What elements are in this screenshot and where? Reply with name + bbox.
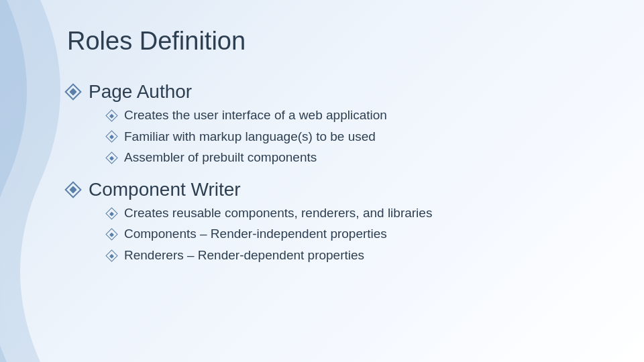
sub-item-text: Components – Render-independent properti… (124, 225, 387, 243)
sub-item-text: Creates the user interface of a web appl… (124, 107, 387, 125)
sub-item-text: Renderers – Render-dependent properties (124, 247, 364, 265)
sub-bullet-icon (105, 109, 117, 121)
main-item-label-text: Page Author (89, 81, 192, 103)
sub-item-text: Creates reusable components, renderers, … (124, 204, 432, 223)
main-item-label-text: Component Writer (89, 179, 241, 200)
main-bullet-icon (64, 83, 81, 100)
sub-bullet-icon (105, 249, 117, 261)
sub-list-item: Creates the user interface of a web appl… (107, 107, 624, 125)
main-list-item: Component WriterCreates reusable compone… (67, 179, 624, 265)
sub-list: Creates the user interface of a web appl… (67, 107, 624, 167)
main-bullet-icon (64, 181, 81, 198)
sub-bullet-icon (105, 152, 117, 164)
slide-title: Roles Definition (67, 27, 624, 61)
sub-item-text: Assembler of prebuilt components (124, 149, 317, 167)
main-list-item: Page AuthorCreates the user interface of… (67, 81, 624, 167)
sub-item-text: Familiar with markup language(s) to be u… (124, 128, 376, 146)
slide-container: Roles Definition Page AuthorCreates the … (0, 0, 644, 362)
content-area: Roles Definition Page AuthorCreates the … (67, 27, 624, 349)
sub-list-item: Familiar with markup language(s) to be u… (107, 128, 624, 146)
sub-list-item: Creates reusable components, renderers, … (107, 204, 624, 223)
sub-bullet-icon (105, 228, 117, 240)
sub-list-item: Assembler of prebuilt components (107, 149, 624, 167)
main-list: Page AuthorCreates the user interface of… (67, 81, 624, 265)
sub-list-item: Components – Render-independent properti… (107, 225, 624, 243)
sub-list-item: Renderers – Render-dependent properties (107, 247, 624, 265)
sub-bullet-icon (105, 207, 117, 219)
sub-list: Creates reusable components, renderers, … (67, 204, 624, 265)
sub-bullet-icon (105, 131, 117, 143)
